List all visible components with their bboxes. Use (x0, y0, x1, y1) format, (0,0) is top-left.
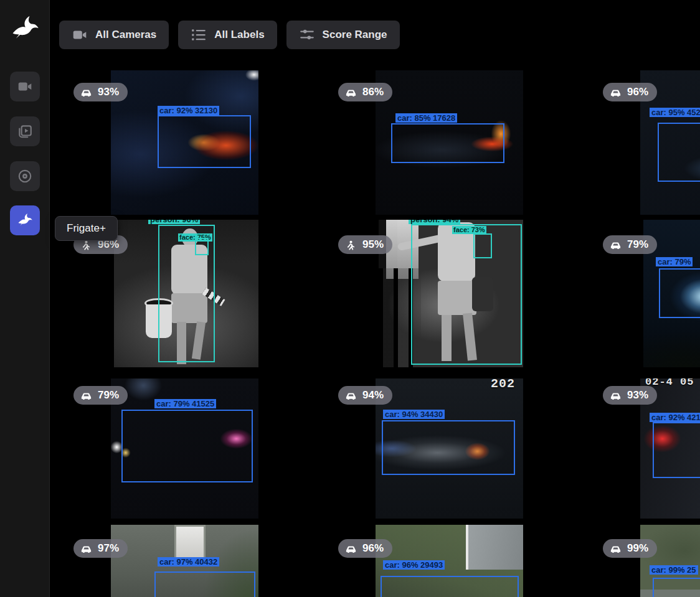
bounding-box (158, 115, 251, 168)
object-label: car: 95% 45260 (650, 108, 700, 117)
car-icon (345, 390, 357, 402)
car-icon (80, 87, 92, 98)
bounding-box (381, 576, 519, 597)
car-icon (345, 543, 357, 555)
detection-card[interactable]: 96% person: 96% face: 75% (69, 220, 333, 372)
bounding-box (653, 578, 700, 597)
bounding-box (653, 422, 700, 478)
object-label: car: 96% 29493 (383, 560, 445, 570)
car-icon (610, 390, 622, 402)
object-label: person: 94% (409, 220, 460, 224)
object-label: car: 97% 40432 (158, 557, 219, 566)
sidebar-item-live[interactable] (10, 72, 40, 101)
sidebar (0, 0, 50, 597)
detection-card[interactable]: 93% car: 92% 32130 (69, 70, 333, 223)
sliders-icon (299, 27, 315, 43)
face-bounding-box (195, 238, 209, 255)
score-badge: 93% (73, 83, 128, 101)
car-icon (610, 239, 622, 251)
object-label: car: 99% 25 (650, 565, 698, 575)
sidebar-item-review[interactable] (10, 116, 40, 146)
object-label: car: 92% 32130 (158, 106, 219, 115)
score-range-label: Score Range (323, 29, 387, 41)
car-icon (610, 543, 622, 555)
score-badge: 94% (338, 386, 392, 405)
badge-score: 93% (98, 86, 119, 98)
disc-icon (17, 168, 33, 184)
detection-card[interactable]: 94% 202 car: 94% 34430 (333, 378, 598, 531)
badge-score: 93% (627, 389, 648, 402)
badge-score: 96% (362, 542, 384, 555)
badge-score: 99% (627, 542, 648, 555)
badge-score: 86% (362, 86, 384, 98)
camera-timestamp-fragment: 202 (491, 378, 515, 391)
detection-card[interactable]: 97% car: 97% 40432 (69, 525, 333, 597)
all-labels-label: All Labels (214, 29, 264, 41)
all-labels-filter-button[interactable]: All Labels (178, 21, 277, 49)
frigate-app: Frigate+ All Cameras All Labels Score Ra… (0, 0, 700, 597)
sidebar-item-export[interactable] (10, 161, 40, 191)
face-bounding-box (473, 233, 492, 258)
score-badge: 93% (603, 386, 657, 405)
badge-score: 94% (362, 389, 384, 402)
detection-card[interactable]: 99% car: 99% 25 (598, 525, 700, 597)
detection-card[interactable]: 93% 02-4 05 0 car: 92% 4218 (598, 378, 700, 531)
score-range-filter-button[interactable]: Score Range (286, 21, 400, 49)
detection-card[interactable]: 86% car: 85% 17628 (333, 70, 598, 223)
bounding-box (154, 571, 255, 597)
detection-thumbnail: car: 99% 25 (640, 525, 700, 597)
detection-card[interactable]: 79% car: 79% (598, 220, 700, 372)
object-label: car: 79% (656, 257, 693, 266)
bounding-box (121, 410, 253, 482)
bounding-box (391, 123, 504, 163)
frigate-plus-tooltip: Frigate+ (55, 216, 118, 241)
object-label: car: 79% 41525 (154, 399, 216, 408)
detection-card[interactable]: 96% car: 95% 45260 (598, 70, 700, 223)
detection-thumbnail: car: 96% 29493 (376, 525, 523, 597)
car-icon (80, 543, 92, 555)
car-icon (610, 87, 622, 98)
video-camera-icon (72, 27, 88, 43)
car-icon (345, 87, 357, 98)
frigate-bird-icon (10, 14, 40, 44)
detection-thumbnail: person: 94% face: 73% (379, 220, 523, 367)
badge-score: 95% (362, 238, 384, 251)
detection-card[interactable]: 96% car: 96% 29493 (333, 525, 598, 597)
door-figure (174, 525, 206, 561)
frigate-bird-icon (17, 212, 33, 228)
score-badge: 99% (603, 539, 657, 558)
score-badge: 95% (338, 235, 392, 254)
score-badge: 86% (338, 83, 392, 101)
score-badge: 97% (73, 539, 128, 558)
bounding-box (659, 268, 700, 318)
score-badge: 79% (73, 386, 128, 405)
score-badge: 79% (603, 235, 657, 254)
detection-thumbnail: 202 car: 94% 34430 (376, 378, 523, 519)
object-label: car: 85% 17628 (395, 113, 457, 123)
detection-thumbnail: car: 97% 40432 (111, 525, 258, 597)
detection-card[interactable]: 95% person: 94% face: 73% (333, 220, 598, 372)
score-badge: 96% (603, 83, 657, 101)
camera-timestamp-fragment: 02-4 05 0 (645, 378, 700, 388)
list-icon (191, 27, 207, 43)
detection-card[interactable]: 79% car: 79% 41525 (69, 378, 333, 531)
badge-score: 79% (627, 238, 648, 251)
sidebar-item-frigate-plus[interactable] (10, 205, 40, 235)
person-icon (345, 239, 357, 251)
frigate-logo (10, 14, 40, 44)
score-badge: 96% (338, 539, 392, 558)
object-label: car: 92% 4218 (650, 413, 700, 422)
bounding-box (382, 420, 515, 475)
car-icon (80, 390, 92, 402)
detection-thumbnail: car: 79% 41525 (111, 378, 258, 519)
all-cameras-filter-button[interactable]: All Cameras (59, 21, 169, 49)
bounding-box (411, 224, 522, 365)
badge-score: 96% (627, 86, 648, 98)
badge-score: 79% (98, 389, 119, 402)
video-clips-icon (17, 123, 33, 139)
badge-score: 97% (98, 542, 119, 555)
house-figure (466, 525, 523, 570)
all-cameras-label: All Cameras (95, 29, 156, 41)
video-camera-icon (17, 78, 33, 95)
object-label: person: 96% (148, 220, 200, 224)
